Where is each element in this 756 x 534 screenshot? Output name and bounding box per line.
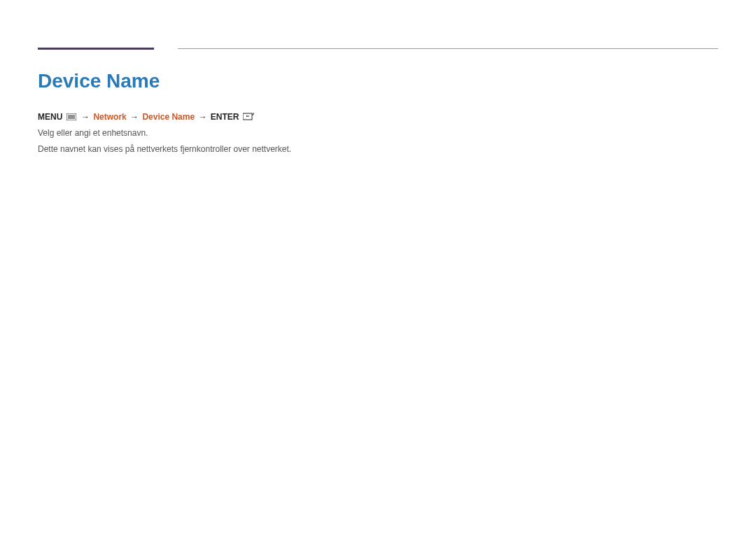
arrow-2: → bbox=[130, 112, 139, 122]
header-rule bbox=[178, 48, 718, 49]
menu-path: MENU → Network → Device Name → ENTER bbox=[38, 112, 718, 122]
header-accent-bar bbox=[38, 48, 154, 50]
enter-label: ENTER bbox=[211, 112, 239, 122]
content-area: Device Name MENU → Network → Device Name… bbox=[38, 70, 718, 156]
arrow-3: → bbox=[198, 112, 206, 122]
description-line-2: Dette navnet kan vises på nettverkets fj… bbox=[38, 143, 718, 156]
menu-label: MENU bbox=[38, 112, 62, 122]
path-network: Network bbox=[93, 112, 126, 122]
path-device-name: Device Name bbox=[142, 112, 195, 122]
page-title: Device Name bbox=[38, 70, 718, 92]
description-line-1: Velg eller angi et enhetsnavn. bbox=[38, 127, 718, 140]
enter-icon bbox=[243, 113, 254, 122]
menu-icon bbox=[66, 113, 76, 122]
arrow-1: → bbox=[81, 112, 90, 122]
